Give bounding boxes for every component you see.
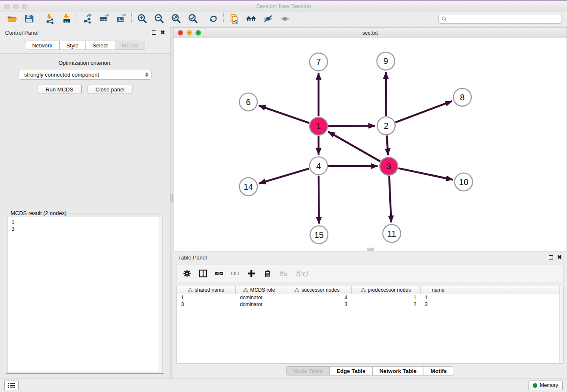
close-panel-icon[interactable]: ✖: [160, 30, 165, 35]
node-table[interactable]: shared nameMCDS rolesuccessor nodesprede…: [176, 286, 564, 364]
task-list-button[interactable]: [4, 381, 19, 390]
edge-1-6[interactable]: [259, 105, 309, 123]
optimization-criterion-select[interactable]: strongly connected component: [19, 70, 151, 80]
network-title: scc.txt: [362, 30, 378, 36]
toolbar-separator: [77, 13, 77, 24]
import-table-icon[interactable]: [58, 12, 75, 25]
refresh-icon[interactable]: [205, 12, 222, 25]
edge-2-9[interactable]: [386, 72, 386, 116]
trash-icon[interactable]: [263, 269, 272, 278]
zoom-network-icon[interactable]: [195, 30, 201, 36]
network-canvas[interactable]: 7968124314101511: [173, 38, 567, 251]
toolbar-separator: [203, 13, 203, 24]
float-panel-icon[interactable]: [152, 30, 156, 35]
edge-3-11[interactable]: [389, 176, 391, 223]
edge-4-14[interactable]: [259, 168, 309, 183]
close-panel-button[interactable]: Close panel: [88, 85, 133, 94]
window-controls[interactable]: [4, 4, 28, 9]
tab-node-table[interactable]: Node Table: [286, 366, 330, 375]
tab-motifs[interactable]: Motifs: [424, 366, 454, 375]
export-network-icon[interactable]: [79, 12, 96, 25]
node-label-7: 7: [316, 57, 321, 66]
edge-2-8[interactable]: [395, 101, 452, 122]
main-toolbar: [0, 11, 567, 26]
table-cell: 3: [421, 301, 456, 308]
edge-1-2[interactable]: [328, 126, 375, 126]
result-item[interactable]: 1: [11, 218, 156, 225]
tab-network[interactable]: Network: [25, 41, 60, 50]
add-column-icon[interactable]: [247, 269, 256, 278]
search-box[interactable]: [438, 14, 562, 24]
zoom-selected-icon[interactable]: [184, 12, 201, 25]
memory-button[interactable]: Memory: [528, 381, 563, 390]
float-table-panel-icon[interactable]: [549, 255, 553, 259]
app-title: Session: New Session: [256, 3, 311, 9]
table-cell: 3: [177, 301, 236, 308]
open-folder-icon[interactable]: [3, 12, 20, 25]
mcds-result-box: MCDS result (2 nodes) 13: [6, 213, 164, 374]
run-mcds-button[interactable]: Run MCDS: [38, 85, 82, 94]
column-header-name[interactable]: name: [421, 286, 456, 294]
column-label: MCDS role: [250, 287, 275, 293]
minimize-network-icon[interactable]: [187, 30, 192, 36]
zoom-in-icon[interactable]: [133, 12, 150, 25]
result-item[interactable]: 3: [11, 225, 156, 232]
table-scrollbar[interactable]: [559, 286, 563, 363]
zoom-fit-icon[interactable]: [167, 12, 184, 25]
canvas-resize-grip[interactable]: [367, 248, 374, 251]
edge-3-1[interactable]: [328, 132, 380, 161]
panel-split-divider[interactable]: [170, 26, 173, 378]
sort-tree-icon: [243, 288, 248, 292]
tab-style[interactable]: Style: [60, 41, 86, 50]
node-label-15: 15: [314, 230, 324, 240]
table-row[interactable]: 3dominator323: [177, 301, 563, 308]
delete-table-icon[interactable]: [279, 269, 288, 278]
edge-4-15[interactable]: [319, 176, 319, 224]
close-window-icon[interactable]: [4, 4, 10, 9]
two-houses-icon[interactable]: [242, 12, 259, 25]
node-label-3: 3: [386, 162, 391, 171]
unchecked-boxes-icon[interactable]: [231, 269, 239, 278]
copy-network-icon[interactable]: [226, 12, 242, 25]
column-header-successor-nodes[interactable]: successor nodes: [283, 286, 352, 294]
function-builder-icon[interactable]: f(x): [295, 269, 308, 278]
close-network-icon[interactable]: [178, 30, 183, 36]
column-header-MCDS-role[interactable]: MCDS role: [236, 286, 283, 294]
table-row[interactable]: 1dominator411: [177, 294, 563, 301]
table-header-row: shared nameMCDS rolesuccessor nodesprede…: [177, 286, 563, 294]
sort-tree-icon: [295, 288, 299, 292]
checked-boxes-icon[interactable]: [215, 269, 223, 278]
right-column: scc.txt 7968124314101511 Table Panel ✖: [173, 26, 567, 378]
hide-eye-icon[interactable]: [259, 12, 276, 25]
table-panel-title: Table Panel: [178, 254, 549, 261]
column-header-shared-name[interactable]: shared name: [177, 286, 236, 294]
export-table-icon[interactable]: [96, 12, 113, 25]
column-header-predecessor-nodes[interactable]: predecessor nodes: [352, 286, 421, 294]
mcds-result-list[interactable]: 13: [8, 217, 162, 372]
close-table-panel-icon[interactable]: ✖: [557, 255, 562, 259]
tab-mcds[interactable]: MCDS: [115, 41, 145, 50]
maximize-window-icon[interactable]: [22, 4, 28, 9]
network-window-controls[interactable]: [178, 30, 201, 36]
show-eye-icon[interactable]: [276, 12, 293, 25]
gear-icon[interactable]: [183, 269, 191, 278]
divider-grip[interactable]: [171, 194, 173, 202]
control-panel-header: Control Panel ✖: [0, 27, 170, 38]
tab-network-table[interactable]: Network Table: [373, 366, 424, 375]
result-scrollbar[interactable]: [158, 217, 162, 372]
zoom-out-icon[interactable]: [150, 12, 167, 25]
split-columns-icon[interactable]: [199, 269, 207, 278]
search-input[interactable]: [449, 16, 559, 22]
status-bar: Memory: [0, 378, 567, 392]
edge-3-10[interactable]: [398, 168, 453, 179]
export-image-icon[interactable]: [113, 12, 129, 25]
tab-edge-table[interactable]: Edge Table: [330, 366, 372, 375]
toolbar-separator: [39, 13, 39, 24]
main-area: Control Panel ✖ NetworkStyleSelectMCDS O…: [0, 26, 567, 378]
minimize-window-icon[interactable]: [13, 4, 19, 9]
save-icon[interactable]: [20, 12, 37, 25]
tab-select[interactable]: Select: [86, 41, 115, 50]
edge-4-3[interactable]: [328, 166, 378, 166]
import-network-icon[interactable]: [41, 12, 58, 25]
edge-2-3[interactable]: [387, 135, 388, 155]
